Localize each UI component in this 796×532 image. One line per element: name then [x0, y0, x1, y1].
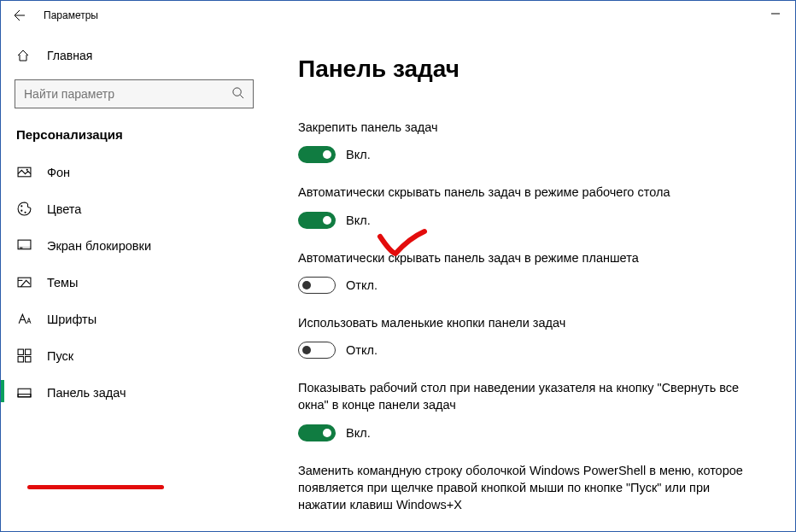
- toggle-state: Откл.: [346, 343, 378, 357]
- minimize-button[interactable]: [756, 1, 795, 26]
- svg-point-3: [20, 205, 22, 207]
- themes-icon: [16, 275, 32, 289]
- taskbar-icon: [16, 385, 32, 400]
- sidebar-item-label: Темы: [47, 276, 79, 289]
- home-icon: [16, 49, 32, 62]
- content-scroll[interactable]: Панель задач Закрепить панель задач Вкл.…: [298, 56, 764, 531]
- annotation-underline: [27, 485, 164, 489]
- sidebar-item-label: Пуск: [47, 349, 73, 363]
- setting-label: Автоматически скрывать панель задач в ре…: [298, 249, 756, 266]
- toggle-small-buttons[interactable]: [298, 342, 336, 359]
- setting-label: Заменить командную строку оболочкой Wind…: [298, 462, 756, 514]
- toggle-lock-taskbar[interactable]: [298, 146, 336, 163]
- titlebar: Параметры: [1, 1, 795, 30]
- sidebar-item-label: Шрифты: [47, 313, 97, 326]
- svg-rect-13: [25, 357, 30, 362]
- sidebar-item-label: Цвета: [47, 202, 81, 216]
- svg-rect-12: [18, 357, 23, 362]
- svg-point-0: [233, 88, 241, 96]
- setting-peek-desktop: Показывать рабочий стол при наведении ук…: [298, 379, 756, 441]
- minimize-icon: [771, 9, 780, 18]
- sidebar-item-themes[interactable]: Темы: [1, 264, 267, 301]
- fonts-icon: [16, 312, 32, 326]
- toggle-autohide-tablet[interactable]: [298, 277, 336, 294]
- toggle-autohide-desktop[interactable]: [298, 212, 336, 229]
- content-area: Панель задач Закрепить панель задач Вкл.…: [267, 30, 795, 531]
- sidebar-item-fonts[interactable]: Шрифты: [1, 301, 267, 337]
- search-icon: [231, 86, 244, 102]
- picture-icon: [16, 165, 32, 179]
- search-input[interactable]: [24, 87, 231, 101]
- toggle-peek-desktop[interactable]: [298, 424, 336, 441]
- sidebar-item-label: Фон: [47, 166, 70, 179]
- svg-point-4: [20, 210, 22, 212]
- sidebar: Главная Персонализация Фон Цвета: [1, 30, 267, 531]
- setting-autohide-desktop: Автоматически скрывать панель задач в ре…: [298, 184, 756, 228]
- svg-rect-11: [25, 349, 30, 354]
- lockscreen-icon: [16, 238, 32, 253]
- sidebar-item-start[interactable]: Пуск: [1, 337, 267, 374]
- svg-point-2: [26, 169, 27, 171]
- sidebar-item-background[interactable]: Фон: [1, 154, 267, 190]
- svg-rect-15: [18, 395, 31, 397]
- page-title: Панель задач: [298, 56, 756, 83]
- setting-label: Закрепить панель задач: [298, 119, 756, 136]
- sidebar-item-taskbar[interactable]: Панель задач: [1, 374, 267, 411]
- toggle-state: Откл.: [346, 278, 378, 292]
- start-icon: [16, 348, 32, 363]
- toggle-state: Вкл.: [346, 148, 371, 161]
- back-arrow-icon: [13, 9, 26, 22]
- home-nav[interactable]: Главная: [1, 40, 267, 71]
- setting-label: Использовать маленькие кнопки панели зад…: [298, 314, 756, 331]
- setting-label: Показывать рабочий стол при наведении ук…: [298, 379, 756, 414]
- palette-icon: [16, 202, 32, 216]
- home-label: Главная: [47, 49, 92, 62]
- svg-rect-8: [20, 248, 22, 248]
- svg-rect-14: [18, 389, 31, 397]
- back-button[interactable]: [11, 9, 28, 22]
- window-title: Параметры: [44, 9, 98, 21]
- svg-rect-10: [18, 349, 23, 354]
- setting-powershell: Заменить командную строку оболочкой Wind…: [298, 462, 756, 514]
- toggle-state: Вкл.: [346, 213, 371, 227]
- setting-lock-taskbar: Закрепить панель задач Вкл.: [298, 119, 756, 163]
- setting-small-buttons: Использовать маленькие кнопки панели зад…: [298, 314, 756, 359]
- sidebar-item-lockscreen[interactable]: Экран блокировки: [1, 227, 267, 264]
- sidebar-item-label: Панель задач: [47, 386, 126, 400]
- svg-point-5: [24, 212, 26, 213]
- setting-label: Автоматически скрывать панель задач в ре…: [298, 184, 756, 201]
- category-heading: Персонализация: [1, 124, 267, 154]
- sidebar-item-colors[interactable]: Цвета: [1, 190, 267, 227]
- search-box[interactable]: [15, 79, 254, 108]
- toggle-state: Вкл.: [346, 426, 371, 440]
- setting-autohide-tablet: Автоматически скрывать панель задач в ре…: [298, 249, 756, 294]
- sidebar-item-label: Экран блокировки: [47, 239, 151, 253]
